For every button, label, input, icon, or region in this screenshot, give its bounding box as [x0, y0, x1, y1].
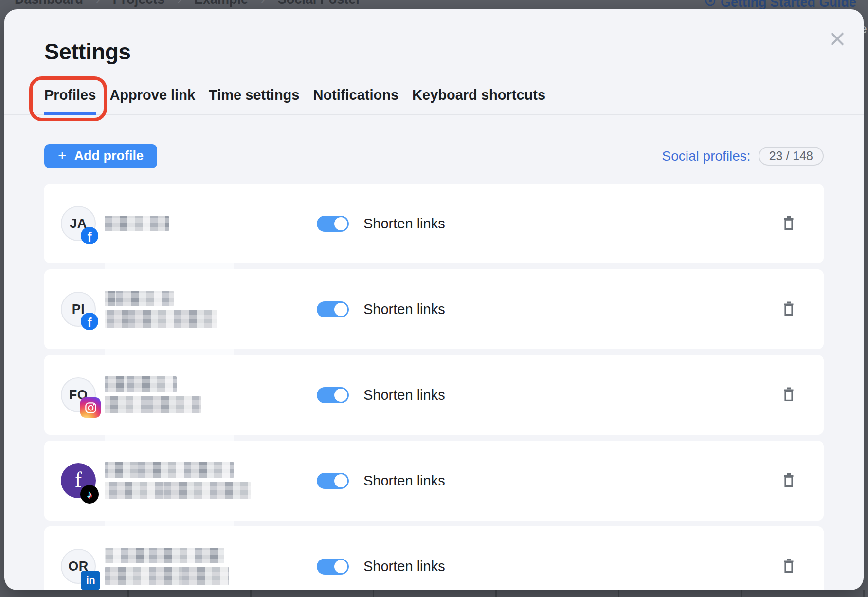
avatar: PI f — [61, 292, 96, 327]
screen: Dashboard›Projects›Example›Social Poster… — [0, 0, 868, 597]
profile-row: FO Shorten links — [44, 355, 824, 435]
avatar-initials: f — [74, 467, 82, 492]
tiktok-icon: ♪ — [80, 485, 99, 504]
shorten-links-control: Shorten links — [317, 387, 445, 403]
breadcrumb-item[interactable]: Social Poster — [278, 0, 361, 7]
redaction-patch — [105, 435, 234, 441]
profile-name-redacted — [105, 548, 224, 563]
shorten-links-label: Shorten links — [363, 216, 445, 232]
guide-link-label: Getting Started Guide — [721, 0, 856, 10]
shorten-links-label: Shorten links — [363, 559, 445, 575]
profile-identity — [105, 216, 317, 231]
profile-name-redacted — [105, 291, 174, 306]
getting-started-guide-link[interactable]: Getting Started Guide — [705, 0, 856, 10]
toggle-knob — [334, 303, 347, 316]
avatar: JA f — [61, 206, 96, 241]
tab-time-settings[interactable]: Time settings — [209, 87, 299, 114]
social-profiles-label: Social profiles: — [662, 149, 751, 164]
profile-handle-redacted — [105, 396, 201, 413]
instagram-icon — [80, 397, 101, 418]
redaction-patch — [105, 263, 234, 269]
linkedin-icon: in — [81, 571, 100, 590]
breadcrumb-item[interactable]: Projects — [113, 0, 165, 7]
toggle-knob — [334, 217, 347, 230]
row-gap — [44, 435, 824, 441]
breadcrumb-item[interactable]: Dashboard — [15, 0, 83, 7]
toggle-knob — [334, 389, 347, 402]
trash-icon — [782, 387, 796, 404]
shorten-links-toggle[interactable] — [317, 216, 349, 232]
profile-handle-redacted — [105, 567, 229, 585]
tab-approve-link[interactable]: Approve link — [109, 87, 195, 114]
delete-profile-button[interactable] — [781, 386, 796, 405]
profiles-toolbar: + Add profile Social profiles: 23 / 148 — [44, 144, 824, 168]
shorten-links-label: Shorten links — [363, 387, 445, 403]
profile-row: JA f Shorten links — [44, 184, 824, 263]
profile-identity — [105, 376, 317, 413]
profile-identity — [105, 291, 317, 328]
profiles-count-badge: 23 / 148 — [759, 147, 824, 166]
profile-name-redacted — [105, 216, 169, 231]
avatar: f ♪ — [61, 463, 96, 498]
profile-row: PI f Shorten links — [44, 269, 824, 349]
shorten-links-control: Shorten links — [317, 473, 445, 489]
plus-icon: + — [58, 149, 67, 163]
row-gap — [44, 349, 824, 355]
delete-profile-button[interactable] — [781, 214, 796, 233]
shorten-links-toggle[interactable] — [317, 473, 349, 489]
breadcrumb-separator: › — [177, 0, 181, 7]
shorten-links-toggle[interactable] — [317, 559, 349, 575]
page-title: Settings — [44, 38, 824, 65]
row-gap — [44, 521, 824, 526]
shorten-links-toggle[interactable] — [317, 301, 349, 317]
tab-keyboard-shortcuts[interactable]: Keyboard shortcuts — [412, 87, 545, 114]
profile-handle-redacted — [105, 482, 251, 499]
tab-profiles[interactable]: Profiles — [44, 87, 96, 114]
add-profile-label: Add profile — [74, 149, 144, 164]
trash-icon — [782, 558, 796, 575]
tab-notifications[interactable]: Notifications — [313, 87, 398, 114]
facebook-icon: f — [81, 227, 98, 244]
guide-compass-icon — [705, 0, 716, 10]
breadcrumb-separator: › — [96, 0, 100, 7]
shorten-links-label: Shorten links — [363, 301, 445, 317]
avatar: FO — [61, 377, 96, 412]
profile-identity — [105, 548, 317, 585]
settings-modal: Settings ProfilesApprove linkTime settin… — [4, 9, 864, 590]
avatar-initials: PI — [72, 302, 85, 317]
trash-icon — [782, 215, 796, 232]
breadcrumb-separator: › — [261, 0, 265, 7]
avatar: OR in — [61, 549, 96, 584]
breadcrumb-item[interactable]: Example — [194, 0, 248, 7]
delete-profile-button[interactable] — [781, 300, 796, 319]
trash-icon — [782, 301, 796, 318]
row-gap — [44, 263, 824, 269]
breadcrumb: Dashboard›Projects›Example›Social Poster — [15, 0, 361, 7]
shorten-links-control: Shorten links — [317, 559, 445, 575]
add-profile-button[interactable]: + Add profile — [44, 144, 157, 168]
shorten-links-control: Shorten links — [317, 216, 445, 232]
settings-tabbar: ProfilesApprove linkTime settingsNotific… — [4, 87, 864, 115]
shorten-links-label: Shorten links — [363, 473, 445, 489]
profile-name-redacted — [105, 376, 177, 392]
facebook-icon: f — [81, 313, 98, 330]
profile-handle-redacted — [105, 310, 217, 328]
delete-profile-button[interactable] — [781, 471, 796, 490]
delete-profile-button[interactable] — [781, 557, 796, 576]
profile-row: f ♪ Shorten links — [44, 441, 824, 521]
shorten-links-toggle[interactable] — [317, 387, 349, 403]
profile-identity — [105, 462, 317, 499]
redaction-patch — [105, 521, 234, 526]
social-profiles-counter: Social profiles: 23 / 148 — [662, 147, 824, 166]
profile-name-redacted — [105, 462, 234, 478]
background-table-edge — [0, 590, 868, 597]
profile-row: OR in Shorten links — [44, 526, 824, 590]
shorten-links-control: Shorten links — [317, 301, 445, 317]
close-icon[interactable] — [827, 29, 848, 50]
toggle-knob — [334, 560, 347, 573]
profile-list: JA f Shorten links PI f — [44, 184, 824, 590]
trash-icon — [782, 472, 796, 489]
redaction-patch — [105, 349, 234, 355]
toggle-knob — [334, 474, 347, 487]
